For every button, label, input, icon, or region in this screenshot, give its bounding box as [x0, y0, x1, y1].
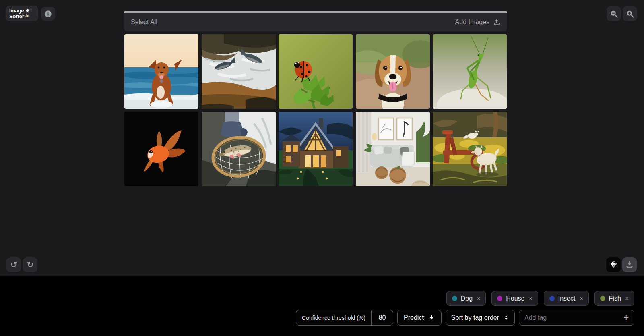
- undo-button[interactable]: ↺: [6, 257, 21, 272]
- image-sorter-app: { "app": { "logo": { "line1": "Image", "…: [0, 0, 644, 336]
- bottom-bar: Dog × House × Insect × Fish × Confidence…: [0, 276, 644, 336]
- tag-remove-button[interactable]: ×: [528, 295, 533, 302]
- tag-color-dot: [497, 296, 502, 301]
- add-tag-input[interactable]: [524, 314, 620, 321]
- tag-label: Dog: [461, 295, 473, 302]
- confidence-threshold-label: Confidence threshold (%): [296, 315, 371, 321]
- image-mantis: [433, 34, 507, 109]
- lightning-bolt-icon: [428, 314, 435, 321]
- tag-label: Insect: [558, 295, 576, 302]
- image-goldfish: [124, 112, 198, 186]
- image-thumbnail-salmon-rapids[interactable]: [202, 34, 276, 109]
- confidence-threshold-input[interactable]: [371, 310, 393, 325]
- sort-label: Sort by tag order: [451, 314, 499, 321]
- image-dog-beach: [124, 34, 198, 109]
- sort-up-down-icon: [503, 315, 509, 321]
- image-ladybug: [279, 34, 353, 109]
- tag-chip-dog[interactable]: Dog ×: [446, 291, 486, 306]
- confidence-threshold-group: Confidence threshold (%): [296, 310, 393, 326]
- logo-text-io: .io: [25, 13, 29, 19]
- logo-line-2: Sorter.io: [9, 13, 35, 19]
- tag-chip-insect[interactable]: Insect ×: [544, 291, 589, 306]
- info-icon: [44, 10, 52, 18]
- image-trout-net: [202, 112, 276, 186]
- info-button[interactable]: [41, 7, 55, 21]
- tag-color-dot: [452, 296, 457, 301]
- image-thumbnail-trout-net[interactable]: [202, 112, 276, 186]
- upload-icon: [493, 19, 500, 26]
- zoom-out-button[interactable]: [607, 6, 621, 21]
- tag-chip-fish[interactable]: Fish ×: [594, 291, 634, 306]
- zoom-in-button[interactable]: [623, 6, 637, 21]
- predict-label: Predict: [404, 314, 424, 321]
- image-thumbnail-mantis[interactable]: [433, 34, 507, 109]
- add-tag-button[interactable]: +: [623, 313, 629, 322]
- logo-text-sorter: Sorter: [9, 14, 24, 19]
- image-thumbnail-house-dusk[interactable]: [279, 112, 353, 186]
- grid-toolbar: Select All Add Images: [124, 11, 507, 31]
- tag-chip-house[interactable]: House ×: [491, 291, 538, 306]
- image-thumbnail-goldfish[interactable]: [124, 112, 198, 186]
- download-button[interactable]: [622, 257, 637, 272]
- image-thumbnail-dog-beach[interactable]: [124, 34, 198, 109]
- image-thumbnail-dog-field[interactable]: [433, 112, 507, 186]
- tag-label: Fish: [609, 295, 621, 302]
- zoom-out-icon: [610, 10, 618, 18]
- tags-icon: [609, 261, 617, 269]
- tag-remove-button[interactable]: ×: [579, 295, 583, 302]
- select-all-button[interactable]: Select All: [131, 19, 157, 26]
- image-salmon-rapids: [202, 34, 276, 109]
- predict-button[interactable]: Predict: [397, 310, 442, 326]
- toolbar-row: Select All Add Images: [124, 13, 507, 31]
- image-thumbnail-ladybug[interactable]: [279, 34, 353, 109]
- redo-icon: ↻: [27, 261, 34, 269]
- image-dog-field: [433, 112, 507, 186]
- tag-remove-button[interactable]: ×: [625, 295, 629, 302]
- tags-logo-icon: [25, 8, 30, 13]
- tags-row: Dog × House × Insect × Fish ×: [446, 291, 634, 306]
- image-thumbnail-beagle[interactable]: [356, 34, 430, 109]
- add-images-label: Add Images: [455, 19, 489, 26]
- image-grid: [124, 34, 507, 186]
- undo-icon: ↺: [10, 261, 17, 269]
- image-living-room: [356, 112, 430, 186]
- sort-by-tag-order-button[interactable]: Sort by tag order: [446, 310, 515, 326]
- image-beagle: [356, 34, 430, 109]
- app-logo: Image Sorter.io: [6, 6, 38, 21]
- logo-text-image: Image: [9, 8, 24, 13]
- tag-color-dot: [549, 296, 555, 301]
- tag-remove-button[interactable]: ×: [476, 295, 480, 302]
- add-tag-group: +: [519, 310, 634, 326]
- tag-label: House: [506, 295, 524, 302]
- controls-row: Confidence threshold (%) Predict Sort by…: [296, 310, 634, 326]
- add-images-button[interactable]: Add Images: [455, 19, 500, 26]
- zoom-in-icon: [626, 10, 634, 18]
- download-icon: [625, 261, 634, 269]
- redo-button[interactable]: ↻: [23, 257, 37, 272]
- logo-line-1: Image: [9, 8, 35, 13]
- tags-panel-toggle-button[interactable]: [606, 257, 621, 272]
- image-house-dusk: [279, 112, 353, 186]
- tag-color-dot: [600, 296, 605, 301]
- image-thumbnail-living-room[interactable]: [356, 112, 430, 186]
